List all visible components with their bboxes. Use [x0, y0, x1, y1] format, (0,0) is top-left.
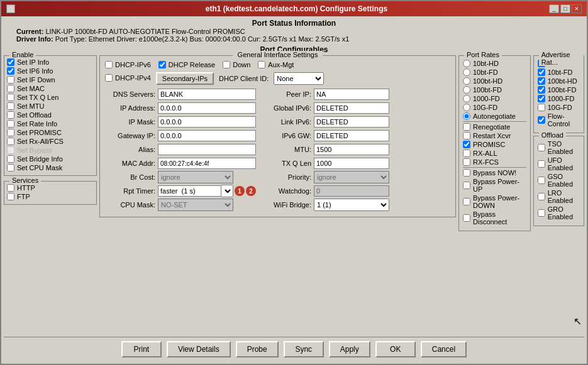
minimize-button[interactable]: _	[549, 4, 559, 13]
enable-group-title: Enable	[9, 51, 36, 58]
enable-checkbox-set-ip-info[interactable]	[7, 58, 14, 66]
enable-checkbox-set-bypass[interactable]	[7, 146, 14, 154]
gateway-input[interactable]	[158, 130, 256, 141]
enable-label: Set IP Info	[17, 58, 49, 66]
sync-button[interactable]: Sync	[284, 341, 324, 357]
ipv6gw-input[interactable]	[314, 130, 389, 141]
dhcp-ipv6-checkbox[interactable]	[105, 61, 113, 68]
globalipv6-input[interactable]	[314, 102, 389, 114]
offload-checkbox-gso enabled[interactable]	[538, 177, 545, 184]
close-button[interactable]: ✕	[572, 4, 582, 13]
dns-input[interactable]	[158, 89, 256, 100]
rate-checkbox-restart xcvr[interactable]	[463, 132, 470, 139]
adv-checkbox-flow-control[interactable]	[538, 116, 545, 124]
mask-input[interactable]	[158, 116, 256, 128]
adv-checkbox-1000-fd[interactable]	[538, 95, 545, 102]
services-item-http: HTTP	[7, 184, 94, 192]
enable-checkbox-set-promisc[interactable]	[7, 129, 14, 136]
cancel-button[interactable]: Cancel	[421, 341, 467, 357]
rate-radio-input-10g-fd[interactable]	[463, 104, 470, 111]
aux-mgt-checkbox[interactable]	[258, 61, 265, 68]
bypass-checkbox-bypass power-down[interactable]	[463, 198, 470, 205]
enable-item-set-bypass: Set Bypass	[7, 146, 94, 154]
offload-label: TSO Enabled	[548, 140, 580, 155]
offload-checkbox-lro enabled[interactable]	[538, 193, 545, 200]
priority-label: Priority:	[261, 173, 311, 181]
driver-value: Port Type: Ethernet Driver: e1000e(2.3.2…	[55, 35, 350, 43]
offload-checkbox-tso enabled[interactable]	[538, 144, 545, 151]
rate-radio-input-100bt-fd[interactable]	[463, 86, 470, 94]
wifibridge-select[interactable]: 1 (1)	[314, 199, 389, 211]
txqlen-input[interactable]	[314, 158, 389, 169]
dhcp-release-checkbox[interactable]	[158, 61, 166, 68]
offload-checkbox-ufo enabled[interactable]	[538, 160, 545, 168]
adv-checkbox-10g-fd[interactable]	[538, 104, 545, 111]
apply-button[interactable]: Apply	[329, 341, 370, 357]
enable-checkbox-set-if-down[interactable]	[7, 76, 14, 84]
rate-radio-input-10bt-fd[interactable]	[463, 68, 470, 76]
secondary-ips-button[interactable]: Secondary-IPs	[156, 72, 214, 85]
field-dns: DNS Servers:	[105, 87, 256, 101]
mac-input[interactable]	[158, 158, 256, 169]
watchdog-input[interactable]	[314, 185, 389, 197]
dhcp-client-select[interactable]: None	[274, 72, 324, 85]
enable-checkbox-set-rate-info[interactable]	[7, 120, 14, 128]
priority-select[interactable]: ignore	[314, 171, 389, 183]
rate-radio-input-10bt-hd[interactable]	[463, 60, 470, 67]
enable-label: Set Bypass	[17, 146, 52, 154]
rpttimer-input[interactable]	[158, 185, 221, 197]
services-checkbox-http[interactable]	[7, 184, 14, 192]
adv-checkbox-100bt-hd[interactable]	[538, 77, 545, 85]
alias-label: Alias:	[105, 146, 155, 153]
rate-check-rx-all: RX-ALL	[463, 150, 526, 157]
bypass-checkbox-bypass disconnect[interactable]	[463, 214, 470, 222]
rate-check-renegotiate: Renegotiate	[463, 123, 526, 131]
rate-checkbox-promisc[interactable]	[463, 141, 470, 148]
view-details-button[interactable]: View Details	[167, 341, 231, 357]
adv-offload-col: Advertise Rat... 10bt-HD10bt-FD100bt-HD1…	[533, 55, 584, 337]
enable-checkbox-set-tx-q-len[interactable]	[7, 94, 14, 101]
rate-radio-input-100bt-hd[interactable]	[463, 77, 470, 85]
enable-checkbox-set-mac[interactable]	[7, 85, 14, 92]
rate-radio-input-1000-fd[interactable]	[463, 95, 470, 102]
rate-radio-10bt-hd: 10bt-HD	[463, 60, 526, 67]
dhcp-ipv4-checkbox[interactable]	[105, 74, 113, 82]
titlebar: □ eth1 (kedtest.candelatech.com) Configu…	[1, 1, 587, 16]
ip-input[interactable]	[158, 102, 256, 114]
bypass-check-label: Bypass Power-DOWN	[473, 194, 526, 209]
mtu-input[interactable]	[314, 144, 389, 155]
offload-checkbox-gro enabled[interactable]	[538, 209, 545, 217]
peer-input[interactable]	[314, 89, 389, 100]
rate-check-rx-fcs: RX-FCS	[463, 158, 526, 166]
enable-item-set-offload: Set Offload	[7, 111, 94, 119]
bypass-check-bypass-now!: Bypass NOW!	[463, 169, 526, 177]
enable-checkbox-set-mtu[interactable]	[7, 102, 14, 110]
bypass-checkbox-bypass now![interactable]	[463, 169, 470, 177]
alias-input[interactable]	[158, 144, 256, 155]
maximize-button[interactable]: □	[560, 4, 570, 13]
services-checkbox-ftp[interactable]	[7, 193, 14, 200]
rpttimer-select[interactable]	[221, 185, 233, 197]
down-checkbox[interactable]	[223, 61, 230, 68]
rate-checkbox-rx-fcs[interactable]	[463, 158, 470, 166]
offload-item-tso-enabled: TSO Enabled	[538, 140, 580, 155]
adv-checkbox-100bt-fd[interactable]	[538, 86, 545, 94]
enable-checkbox-set-cpu-mask[interactable]	[7, 164, 14, 172]
rate-radio-input-autonegotiate[interactable]	[463, 112, 470, 120]
rates-col: Port Rates 10bt-HD10bt-FD100bt-HD100bt-F…	[458, 55, 531, 337]
enable-checkbox-set-ip6-info[interactable]	[7, 67, 14, 75]
enable-checkbox-set-offload[interactable]	[7, 111, 14, 119]
ok-button[interactable]: OK	[375, 341, 416, 357]
enable-checkbox-set-bridge-info[interactable]	[7, 155, 14, 163]
probe-button[interactable]: Probe	[236, 341, 279, 357]
print-button[interactable]: Print	[121, 341, 162, 357]
cpumask-select[interactable]: NO-SET	[158, 199, 233, 211]
brcost-select[interactable]: ignore	[158, 171, 233, 183]
rate-checkbox-renegotiate[interactable]	[463, 123, 470, 131]
bypass-checkbox-bypass power-up[interactable]	[463, 182, 470, 189]
adv-checkbox-10bt-fd[interactable]	[538, 68, 545, 76]
linkipv6-input[interactable]	[314, 116, 389, 128]
rate-checkbox-rx-all[interactable]	[463, 150, 470, 157]
rate-radio-100bt-hd: 100bt-HD	[463, 77, 526, 85]
enable-checkbox-set-rx-all/fcs[interactable]	[7, 138, 14, 145]
